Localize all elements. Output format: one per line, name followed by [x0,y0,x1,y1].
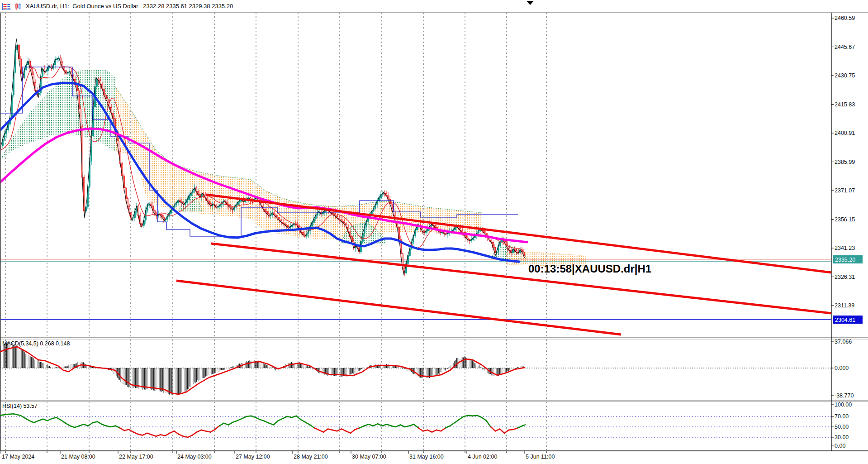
price-axis: 2460.592445.672430.752415.832400.912385.… [831,15,863,324]
svg-text:100.00: 100.00 [835,402,852,408]
svg-text:0.00: 0.00 [835,443,845,449]
svg-text:0.000: 0.000 [835,365,849,371]
svg-text:2356.15: 2356.15 [835,216,855,223]
svg-text:2460.59: 2460.59 [835,15,855,21]
svg-text:2385.99: 2385.99 [835,159,855,165]
rsi-label: RSI(14) 53.57 [2,403,38,409]
svg-text:2326.31: 2326.31 [835,274,855,280]
svg-text:2341.23: 2341.23 [835,245,855,251]
svg-text:-38.770: -38.770 [835,392,854,399]
current-bar-marker-icon [526,1,534,5]
svg-text:50.00: 50.00 [835,424,849,430]
svg-text:31 May 16:00: 31 May 16:00 [409,454,444,460]
svg-text:70.00: 70.00 [835,413,849,420]
chart-canvas[interactable]: 00:13:58|XAUUSD.dr|H12460.592445.672430.… [0,0,868,464]
svg-text:2445.67: 2445.67 [835,44,855,50]
macd-panel: 37.0660.000-38.770MACD(5,34,5) 0.268 0.1… [0,339,854,399]
svg-text:37.066: 37.066 [835,339,852,345]
svg-text:4 Jun 02:00: 4 Jun 02:00 [468,454,497,460]
svg-text:2415.83: 2415.83 [835,101,855,108]
svg-text:2304.61: 2304.61 [835,317,855,323]
svg-text:00:13:58|XAUUSD.dr|H1: 00:13:58|XAUUSD.dr|H1 [528,263,651,275]
time-axis: 17 May 202421 May 08:0022 May 17:0024 Ma… [1,451,555,460]
svg-text:30 May 07:00: 30 May 07:00 [352,454,386,460]
svg-text:5 Jun 11:00: 5 Jun 11:00 [526,454,555,460]
rsi-panel: 100.0070.0050.0030.000.00RSI(14) 53.57 [0,402,852,449]
svg-text:21 May 08:00: 21 May 08:00 [61,454,95,460]
svg-text:2400.91: 2400.91 [835,130,855,136]
svg-text:24 May 03:00: 24 May 03:00 [177,454,212,460]
svg-text:17 May 2024: 17 May 2024 [2,454,34,460]
svg-text:27 May 12:00: 27 May 12:00 [236,454,270,460]
clock-symbol-label: 00:13:58|XAUUSD.dr|H1 [528,263,651,275]
svg-text:2335.20: 2335.20 [835,257,855,263]
ichimoku-cloud [0,69,586,266]
svg-text:30.00: 30.00 [835,434,849,440]
svg-text:22 May 17:00: 22 May 17:00 [119,454,153,460]
svg-text:2311.39: 2311.39 [835,302,854,309]
svg-text:2430.75: 2430.75 [835,72,855,79]
svg-text:28 May 21:00: 28 May 21:00 [294,454,328,460]
svg-text:2371.07: 2371.07 [835,187,855,194]
macd-label: MACD(5,34,5) 0.268 0.148 [2,340,70,347]
mt4-chart-window: XAUUSD.dr, H1: Gold Ounce vs US Dollar 2… [0,0,868,464]
